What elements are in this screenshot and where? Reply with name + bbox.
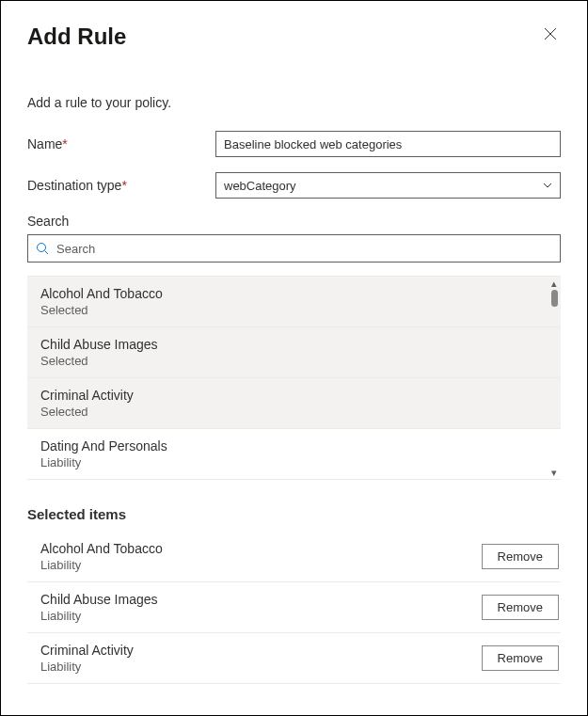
destination-type-label: Destination type*	[27, 178, 215, 193]
name-input[interactable]	[215, 131, 561, 157]
selected-item-sub: Liability	[40, 660, 134, 674]
remove-button[interactable]: Remove	[482, 645, 559, 671]
close-icon	[544, 27, 557, 40]
required-asterisk: *	[121, 178, 126, 193]
selected-item-info: Alcohol And Tobacco Liability	[40, 541, 163, 572]
list-item-name: Child Abuse Images	[40, 337, 548, 352]
name-label: Name*	[27, 136, 215, 151]
remove-button[interactable]: Remove	[482, 595, 559, 620]
selected-item-info: Child Abuse Images Liability	[40, 592, 158, 623]
selected-item: Criminal Activity Liability Remove	[27, 633, 561, 684]
name-label-text: Name	[27, 136, 62, 151]
list-item[interactable]: Child Abuse Images Selected	[27, 327, 561, 378]
search-icon	[36, 242, 49, 255]
scroll-thumb[interactable]	[551, 290, 558, 307]
selected-items-list: Alcohol And Tobacco Liability Remove Chi…	[27, 532, 561, 684]
close-button[interactable]	[540, 24, 561, 47]
destination-type-row: Destination type* webCategory	[27, 172, 561, 199]
selected-item: Child Abuse Images Liability Remove	[27, 582, 561, 633]
category-list: Alcohol And Tobacco Selected Child Abuse…	[27, 276, 561, 480]
panel-title: Add Rule	[27, 24, 126, 50]
list-item[interactable]: Alcohol And Tobacco Selected	[27, 277, 561, 327]
selected-item: Alcohol And Tobacco Liability Remove	[27, 532, 561, 582]
svg-line-1	[45, 251, 49, 255]
scrollbar[interactable]: ▴ ▾	[548, 277, 561, 480]
required-asterisk: *	[62, 136, 67, 151]
scroll-up-icon: ▴	[551, 278, 557, 289]
selected-item-name: Criminal Activity	[40, 643, 134, 658]
selected-item-sub: Liability	[40, 558, 163, 572]
list-item-name: Alcohol And Tobacco	[40, 286, 548, 301]
add-rule-panel: Add Rule Add a rule to your policy. Name…	[0, 0, 588, 716]
selected-item-name: Child Abuse Images	[40, 592, 158, 607]
destination-type-select[interactable]: webCategory	[215, 172, 561, 199]
remove-button[interactable]: Remove	[482, 544, 559, 569]
selected-item-name: Alcohol And Tobacco	[40, 541, 163, 556]
list-item-sub: Selected	[40, 354, 548, 368]
search-section: Search	[27, 214, 561, 263]
list-item-sub: Selected	[40, 303, 548, 317]
selected-item-info: Criminal Activity Liability	[40, 643, 134, 674]
panel-subtitle: Add a rule to your policy.	[27, 95, 561, 110]
list-item-sub: Selected	[40, 405, 548, 419]
selected-items-header: Selected items	[27, 506, 561, 522]
list-item[interactable]: Dating And Personals Liability	[27, 429, 561, 480]
list-item-name: Criminal Activity	[40, 388, 548, 403]
list-item-sub: Liability	[40, 455, 548, 469]
selected-item-sub: Liability	[40, 609, 158, 623]
scroll-down-icon: ▾	[551, 468, 557, 478]
search-box[interactable]	[27, 234, 561, 263]
search-label: Search	[27, 214, 561, 229]
panel-header: Add Rule	[27, 24, 561, 50]
list-item-name: Dating And Personals	[40, 438, 548, 453]
destination-type-label-text: Destination type	[27, 178, 121, 193]
name-row: Name*	[27, 131, 561, 157]
list-item[interactable]: Criminal Activity Selected	[27, 378, 561, 429]
svg-point-0	[38, 244, 46, 252]
search-input[interactable]	[56, 235, 552, 262]
destination-type-value: webCategory	[215, 172, 561, 199]
